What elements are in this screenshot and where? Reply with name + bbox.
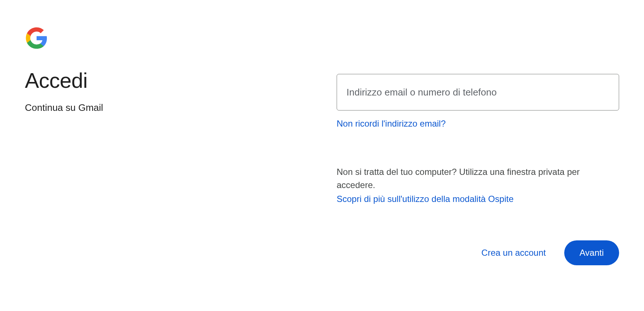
- forgot-email-link[interactable]: Non ricordi l'indirizzo email?: [337, 119, 619, 129]
- google-logo-icon: [25, 26, 48, 50]
- page-subtitle: Continua su Gmail: [25, 102, 307, 113]
- next-button[interactable]: Avanti: [564, 240, 619, 265]
- email-field[interactable]: [337, 74, 619, 110]
- guest-mode-text: Non si tratta del tuo computer? Utilizza…: [337, 167, 580, 190]
- create-account-button[interactable]: Crea un account: [482, 248, 546, 258]
- guest-mode-link[interactable]: Scopri di più sull'utilizzo della modali…: [337, 192, 513, 206]
- page-title: Accedi: [25, 68, 307, 93]
